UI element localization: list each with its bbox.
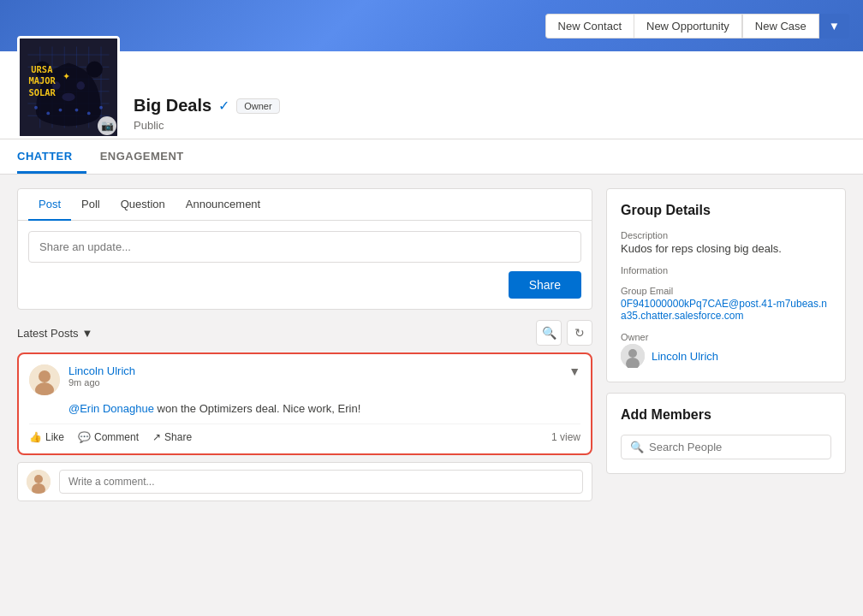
new-case-button[interactable]: New Case: [742, 14, 819, 38]
group-details-title: Group Details: [621, 203, 831, 218]
svg-point-29: [39, 370, 51, 382]
profile-info: Big Deals ✓ Owner Public: [134, 96, 280, 139]
svg-point-23: [46, 112, 50, 116]
svg-text:SOLAR: SOLAR: [28, 87, 56, 98]
svg-point-25: [75, 109, 79, 112]
owner-label: Owner: [621, 332, 831, 342]
post-footer: Share: [28, 271, 581, 299]
post-box: Post Poll Question Announcement Share: [17, 188, 592, 310]
new-opportunity-button[interactable]: New Opportunity: [634, 14, 742, 38]
svg-point-22: [34, 106, 38, 110]
search-people-box: 🔍: [621, 435, 831, 459]
latest-posts-actions: 🔍 ↻: [536, 320, 592, 346]
left-column: Post Poll Question Announcement Share: [17, 188, 592, 501]
svg-text:✦: ✦: [62, 71, 70, 81]
post-body: Share: [18, 221, 592, 309]
group-details-card: Group Details Description Kudos for reps…: [606, 188, 846, 382]
post-author-info: Lincoln Ulrich 9m ago: [68, 364, 135, 388]
post-type-tabs: Post Poll Question Announcement: [18, 189, 592, 221]
new-contact-button[interactable]: New Contact: [545, 14, 634, 38]
search-posts-button[interactable]: 🔍: [536, 320, 562, 346]
tab-question[interactable]: Question: [110, 189, 176, 221]
tab-announcement[interactable]: Announcement: [176, 189, 271, 221]
post-author-avatar: [29, 364, 60, 395]
group-avatar: ✦ URSA MAJOR SOLAR 📷: [17, 36, 120, 139]
tab-post[interactable]: Post: [28, 189, 71, 221]
main-content: Post Poll Question Announcement Share: [0, 175, 863, 515]
group-email-label: Group Email: [621, 286, 831, 296]
svg-point-26: [87, 112, 91, 116]
svg-text:URSA: URSA: [31, 64, 53, 74]
camera-icon[interactable]: 📷: [98, 116, 116, 135]
information-label: Information: [621, 265, 831, 275]
tabs-bar: CHATTER ENGAGEMENT: [0, 139, 863, 175]
verified-icon: ✓: [218, 98, 229, 114]
post-mention[interactable]: @Erin Donaghue: [68, 402, 154, 415]
tab-engagement[interactable]: ENGAGEMENT: [100, 139, 198, 174]
latest-posts-dropdown-icon: ▼: [82, 327, 93, 340]
post-card-header: Lincoln Ulrich 9m ago ▼: [29, 364, 580, 395]
comment-button[interactable]: 💬 Comment: [78, 431, 139, 443]
post-options-button[interactable]: ▼: [568, 364, 580, 378]
search-people-input[interactable]: [649, 441, 822, 453]
commenter-avatar: [27, 470, 51, 494]
share-update-input[interactable]: [28, 231, 581, 263]
header-dropdown-button[interactable]: ▼: [819, 14, 849, 38]
tab-chatter[interactable]: CHATTER: [17, 139, 86, 174]
svg-point-35: [628, 349, 637, 358]
description-label: Description: [621, 230, 831, 240]
post-content: @Erin Donaghue won the Optimizers deal. …: [29, 402, 580, 415]
post-author-name[interactable]: Lincoln Ulrich: [68, 364, 135, 377]
owner-badge: Owner: [236, 98, 279, 114]
post-author: Lincoln Ulrich 9m ago: [29, 364, 135, 395]
svg-point-14: [86, 62, 103, 78]
share-button[interactable]: Share: [509, 271, 581, 299]
post-actions: 👍 Like 💬 Comment ↗ Share 1 view: [29, 424, 580, 443]
svg-point-32: [34, 475, 43, 483]
post-card: Lincoln Ulrich 9m ago ▼ @Erin Donaghue w…: [17, 352, 592, 455]
latest-posts-header: Latest Posts ▼ 🔍 ↻: [17, 320, 592, 346]
visibility-label: Public: [134, 119, 280, 132]
post-content-text: won the Optimizers deal. Nice work, Erin…: [154, 402, 360, 415]
tab-poll[interactable]: Poll: [71, 189, 110, 221]
commenter-avatar-svg: [27, 470, 51, 494]
comment-icon: 💬: [78, 431, 91, 443]
add-members-card: Add Members 🔍: [606, 393, 846, 474]
post-views: 1 view: [551, 431, 580, 443]
profile-area: ✦ URSA MAJOR SOLAR 📷 Big Deals ✓ Owner P…: [0, 51, 863, 139]
header-actions: New Contact New Opportunity New Case ▼: [545, 14, 849, 38]
share-icon: ↗: [152, 431, 161, 443]
description-value: Kudos for reps closing big deals.: [621, 242, 831, 255]
header: New Contact New Opportunity New Case ▼: [0, 0, 863, 51]
refresh-posts-button[interactable]: ↻: [567, 320, 592, 346]
group-email-value[interactable]: 0F941000000kPq7CAE@post.41-m7ubeas.na35.…: [621, 298, 831, 322]
like-icon: 👍: [29, 431, 42, 443]
owner-avatar: [621, 344, 645, 368]
owner-row: Lincoln Ulrich: [621, 344, 831, 368]
latest-posts-label[interactable]: Latest Posts ▼: [17, 327, 92, 340]
share-post-button[interactable]: ↗ Share: [152, 431, 192, 443]
svg-text:MAJOR: MAJOR: [28, 75, 56, 86]
comment-input[interactable]: [59, 470, 583, 494]
svg-point-27: [99, 106, 103, 110]
right-column: Group Details Description Kudos for reps…: [606, 188, 846, 501]
svg-point-17: [62, 93, 74, 102]
owner-name[interactable]: Lincoln Ulrich: [652, 350, 718, 363]
add-members-title: Add Members: [621, 407, 831, 423]
svg-point-24: [59, 109, 62, 112]
comment-area: [17, 462, 592, 501]
post-time: 9m ago: [68, 377, 135, 388]
owner-avatar-svg: [621, 344, 645, 368]
like-button[interactable]: 👍 Like: [29, 431, 64, 443]
svg-point-16: [77, 81, 86, 90]
group-name: Big Deals: [134, 96, 211, 116]
search-people-icon: 🔍: [630, 441, 644, 453]
author-avatar-svg: [29, 364, 60, 395]
